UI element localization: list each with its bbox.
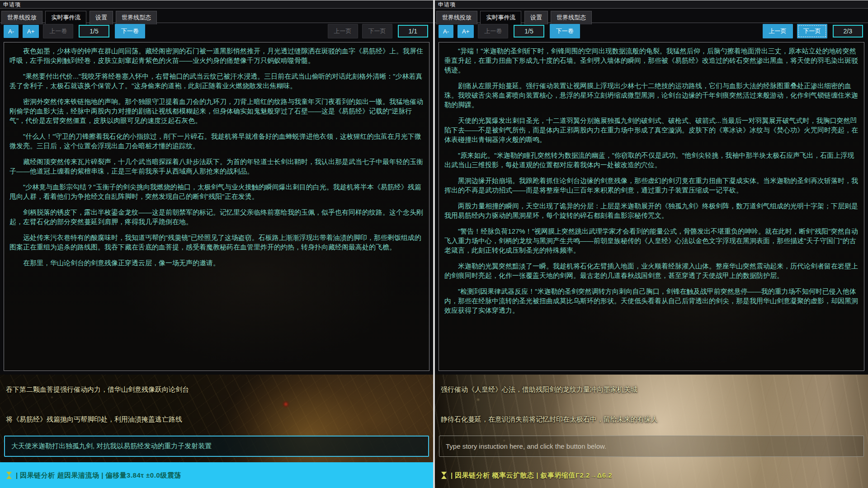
story-paragraph: 剧痛从左眼开始蔓延。强行催动装置让视网膜上浮现出少林七十二绝技的运功路线，它们与… [444, 81, 859, 109]
story-option-1[interactable]: 强行催动《人皇经》心法，借助残阳剑的龙纹力量冲向墨家机关城 [441, 385, 859, 394]
story-paragraph: 剑柄脱落的锈皮下，露出半枚鎏金龙纹——这是前朝禁军的标记。记忆里父亲临终前塞给我… [9, 207, 424, 226]
volume-indicator: 1/5 [79, 25, 109, 38]
story-paragraph: 在那里，华山论剑台的剑意残像正穿透云层，像一场无声的邀请。 [9, 258, 424, 267]
story-paragraph: "果然要付出代价..."我咬牙将经卷塞入怀中，右臂袖口的武当云纹已被汗水浸透。三… [9, 71, 424, 90]
story-instruction-input[interactable] [439, 436, 864, 457]
story-paragraph: "异端！"米迦勒的圣剑斩下时，剑锋周围的空间出现数据流般的龟裂。我猛然后仰，后脑… [444, 46, 859, 75]
window-title: 申请项 [438, 1, 456, 9]
story-paragraph: "原来如此。"米迦勒的瞳孔突然转为数据流的幽蓝，"你窃取的不仅是武功。"他剑尖轻… [444, 150, 859, 169]
story-option-1[interactable]: 吞下第二颗血菩提强行催动内力，借华山剑意残像跃向论剑台 [6, 385, 424, 394]
next-volume-button[interactable]: 下一卷 [115, 24, 145, 38]
tab-worldline-form[interactable]: 世界线型态 [116, 11, 157, 24]
prev-volume-button[interactable]: 上一卷 [43, 24, 73, 38]
story-paragraph: 两股力量相撞的瞬间，天空出现了诡异的分层：上层是米迦勒展开的《独孤九剑》终极剑阵… [444, 201, 859, 220]
tab-worldline-form[interactable]: 世界线型态 [551, 11, 592, 24]
prev-volume-button[interactable]: 上一卷 [478, 24, 508, 38]
font-decrease-button[interactable]: A- [4, 25, 19, 38]
tab-worldline-launch[interactable]: 世界线投放 [1, 11, 42, 24]
status-text: | 因果链分析 概率云扩散态 | 叙事坍缩值Γ2.2→Δ6.2 [451, 471, 612, 480]
story-paragraph: 米迦勒的光翼突然黯淡了一瞬。我趁机将石化左臂插入地面，业火顺着经脉灌入山体。整座… [444, 261, 859, 280]
prev-page-button[interactable]: 上一页 [763, 24, 793, 38]
window-titlebar: 申请项 [0, 0, 433, 9]
toolbar: A- A+ 上一卷 1/5 下一卷 上一页 下一页 2/3 [435, 23, 868, 39]
story-paragraph: 密洞外突然传来铁链拖地的声响。那个独眼守卫提着血刀会的九环刀，刀背上暗红的纹路与… [9, 97, 424, 125]
toolbar: A- A+ 上一卷 1/5 下一卷 上一页 下一页 1/1 [0, 23, 433, 39]
story-options-panel: 强行催动《人皇经》心法，借助残阳剑的龙纹力量冲向墨家机关城 静待石化蔓延，在意识… [435, 375, 868, 488]
story-window-right: 申请项 世界线投放 实时事件流 设置 世界线型态 A- A+ 上一卷 1/5 下… [435, 0, 868, 488]
story-paragraph: "少林竟与血影宗勾结？"玉衡子的剑尖挑向我燃烧的袖口，太极剑气与业火接触的瞬间爆… [9, 182, 424, 201]
dual-window-stage: 申请项 世界线投放 实时事件流 设置 世界线型态 A- A+ 上一卷 1/5 下… [0, 0, 868, 488]
page-indicator: 2/3 [833, 25, 863, 38]
status-text: | 因果链分析 超因果湍流场 | 偏移量3.84τ ±0.0级震荡 [16, 471, 181, 480]
story-option-2[interactable]: 将《易筋经》残篇抛向丐帮脚印处，利用油渍掩盖逃亡路线 [6, 415, 424, 424]
story-paragraph: 天使的光翼爆发出刺目圣光，十二道羽翼分别施展独孤九剑的破剑式、破枪式、破箭式..… [444, 116, 859, 144]
tab-bar: 世界线投放 实时事件流 设置 世界线型态 [0, 9, 433, 23]
story-option-2[interactable]: 静待石化蔓延，在意识消失前将记忆封印在太极石中，留给未来的有缘人 [441, 415, 859, 424]
tab-settings[interactable]: 设置 [90, 11, 113, 24]
next-page-button[interactable]: 下一页 [797, 24, 827, 38]
tab-settings[interactable]: 设置 [524, 11, 548, 24]
volume-nav-group: A- A+ 上一卷 1/5 下一卷 [439, 24, 580, 38]
volume-nav-group: A- A+ 上一卷 1/5 下一卷 [4, 24, 145, 38]
font-increase-button[interactable]: A+ [458, 25, 474, 38]
tab-bar: 世界线投放 实时事件流 设置 世界线型态 [435, 9, 868, 23]
story-paragraph: 远处传来污衣巷特有的酸腐味时，我知道丐帮的"残羹镜"已经照见了这场盗窃。石板路上… [9, 233, 424, 252]
causality-status-bar[interactable]: | 因果链分析 超因果湍流场 | 偏移量3.84τ ±0.0级震荡 [0, 462, 433, 488]
page-nav-group: 上一页 下一页 2/3 [763, 24, 864, 38]
next-page-button[interactable]: 下一页 [362, 24, 392, 38]
story-paragraph: "检测到因果律武器反应！"米迦勒的圣剑突然调转方向刺向自己胸口，剑锋在触及战甲前… [444, 286, 859, 315]
story-paragraph: 黑洞边缘开始崩塌。我踉跄着抓住论剑台边缘的剑意残像，那些虚幻的剑刃竟在重力扭曲下… [444, 176, 859, 195]
page-indicator: 1/1 [398, 25, 428, 38]
next-volume-button[interactable]: 下一卷 [550, 24, 580, 38]
hourglass-icon [441, 471, 447, 479]
window-title: 申请项 [3, 1, 21, 9]
page-nav-group: 上一页 下一页 1/1 [328, 24, 429, 38]
causality-status-bar[interactable]: | 因果链分析 概率云扩散态 | 叙事坍缩值Γ2.2→Δ6.2 [435, 462, 868, 488]
story-paragraph: "什么人！"守卫的刀锋擦着我石化的小指掠过，削下一片碎石。我趁机将早就准备好的血… [9, 131, 424, 150]
volume-indicator: 1/5 [514, 25, 544, 38]
story-options-panel: 吞下第二颗血菩提强行催动内力，借华山剑意残像跃向论剑台 将《易筋经》残篇抛向丐帮… [0, 375, 433, 488]
story-window-left: 申请项 世界线投放 实时事件流 设置 世界线型态 A- A+ 上一卷 1/5 下… [0, 0, 433, 488]
story-paragraph: 藏经阁顶突然传来瓦片碎裂声，十几个武当暗探踩着八卦步法跃下。为首的年轻道士长剑出… [9, 157, 424, 176]
font-decrease-button[interactable]: A- [439, 25, 453, 38]
story-paragraph: 夜色如墨，少林寺的钟声在群山间回荡。藏经阁密洞的石门被一道黑影悄然推开，月光透过… [9, 46, 424, 65]
tab-worldline-launch[interactable]: 世界线投放 [436, 11, 477, 24]
story-instruction-input[interactable] [4, 436, 429, 457]
story-text-area: 夜色如墨，少林寺的钟声在群山间回荡。藏经阁密洞的石门被一道黑影悄然推开，月光透过… [4, 42, 429, 371]
story-paragraph: "警告！经脉负荷127%！"视网膜上突然跳出武理学家才会看到的能量公式，骨骼发出… [444, 226, 859, 255]
window-titlebar: 申请项 [435, 0, 868, 9]
prev-page-button[interactable]: 上一页 [328, 24, 358, 38]
story-text-area: "异端！"米迦勒的圣剑斩下时，剑锋周围的空间出现数据流般的龟裂。我猛然后仰，后脑… [439, 42, 864, 371]
hourglass-icon [6, 471, 12, 479]
font-increase-button[interactable]: A+ [23, 25, 39, 38]
